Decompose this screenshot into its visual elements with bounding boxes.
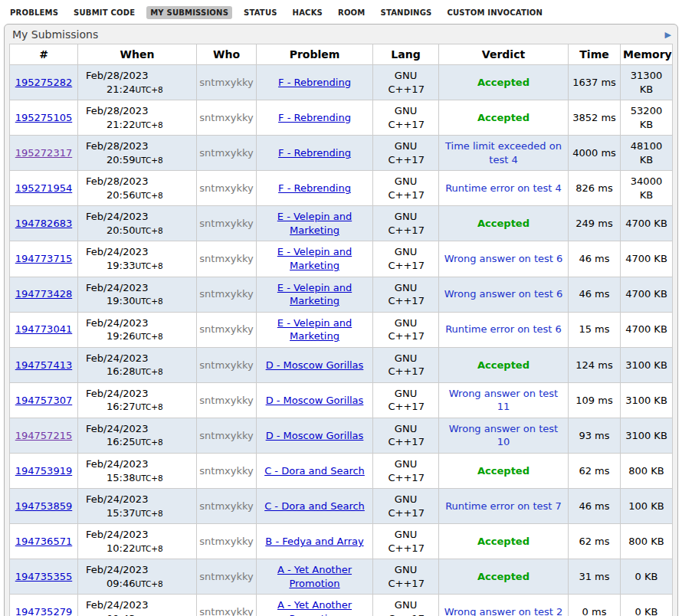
submission-id-link[interactable]: 194773715 — [15, 253, 72, 264]
cell-problem: F - Rebrending — [257, 65, 373, 100]
submission-author-link[interactable]: sntmxykky — [199, 147, 253, 159]
verdict-text[interactable]: Accepted — [477, 571, 530, 582]
execution-time: 46 ms — [579, 253, 609, 264]
submission-lang: GNU C++17 — [389, 387, 424, 414]
verdict-text[interactable]: Accepted — [477, 359, 530, 371]
problem-link[interactable]: E - Velepin and Marketing — [277, 211, 352, 236]
panel-title-bar: My Submissions ▶ — [5, 25, 677, 44]
verdict-text[interactable]: Accepted — [477, 536, 530, 547]
problem-link[interactable]: C - Dora and Search — [264, 500, 365, 512]
submission-author-link[interactable]: sntmxykky — [199, 253, 253, 264]
cell-problem: C - Dora and Search — [257, 489, 373, 524]
timezone-label: UTC+8 — [135, 120, 162, 129]
submission-author-link[interactable]: sntmxykky — [199, 359, 253, 371]
nav-item-standings[interactable]: STANDINGS — [376, 6, 435, 19]
nav-item-problems[interactable]: PROBLEMS — [6, 6, 62, 19]
submission-id-link[interactable]: 195272317 — [15, 147, 72, 159]
cell-problem: D - Moscow Gorillas — [257, 418, 373, 453]
submission-author-link[interactable]: sntmxykky — [199, 500, 253, 512]
problem-link[interactable]: C - Dora and Search — [264, 465, 365, 477]
submission-author-link[interactable]: sntmxykky — [199, 606, 253, 616]
table-row: 195275282 Feb/28/2023 21:24UTC+8 sntmxyk… — [10, 65, 673, 100]
verdict-text[interactable]: Time limit exceeded on test 4 — [445, 140, 562, 165]
submission-id-link[interactable]: 194757307 — [15, 395, 72, 406]
submissions-table: # When Who Problem Lang Verdict Time Mem… — [9, 44, 673, 616]
table-row: 194757215 Feb/24/2023 16:25UTC+8 sntmxyk… — [10, 418, 673, 453]
verdict-text[interactable]: Runtime error on test 7 — [445, 500, 562, 512]
submission-id-link[interactable]: 194753919 — [15, 465, 72, 477]
cell-submission-id: 195275105 — [10, 100, 78, 136]
submission-author-link[interactable]: sntmxykky — [199, 571, 253, 582]
submission-id-link[interactable]: 194735279 — [15, 606, 72, 616]
timezone-label: UTC+8 — [135, 85, 162, 94]
submission-lang: GNU C++17 — [389, 457, 424, 484]
nav-item-hacks[interactable]: HACKS — [289, 6, 326, 19]
verdict-text[interactable]: Wrong answer on test 6 — [444, 253, 563, 264]
nav-item-status[interactable]: STATUS — [240, 6, 281, 19]
nav-item-my-submissions[interactable]: MY SUBMISSIONS — [146, 6, 232, 19]
submission-id-link[interactable]: 195275105 — [15, 112, 72, 123]
submission-id-link[interactable]: 194735355 — [15, 571, 72, 582]
problem-link[interactable]: F - Rebrending — [278, 182, 351, 194]
verdict-text[interactable]: Runtime error on test 6 — [445, 323, 562, 335]
problem-link[interactable]: D - Moscow Gorillas — [266, 359, 364, 371]
cell-lang: GNU C++17 — [373, 595, 439, 616]
problem-link[interactable]: F - Rebrending — [278, 147, 351, 159]
memory-used: 0 KB — [635, 606, 658, 616]
cell-who: sntmxykky — [197, 382, 257, 418]
problem-link[interactable]: E - Velepin and Marketing — [277, 282, 352, 307]
problem-link[interactable]: A - Yet Another Promotion — [277, 564, 352, 589]
problem-link[interactable]: F - Rebrending — [278, 112, 351, 123]
cell-memory: 0 KB — [621, 559, 673, 595]
cell-time: 249 ms — [569, 206, 621, 241]
submission-id-link[interactable]: 194757413 — [15, 359, 72, 371]
verdict-text[interactable]: Runtime error on test 4 — [445, 182, 562, 194]
timezone-label: UTC+8 — [135, 191, 162, 200]
expand-arrow-icon[interactable]: ▶ — [665, 31, 671, 39]
submission-id-link[interactable]: 195271954 — [15, 182, 72, 194]
submission-author-link[interactable]: sntmxykky — [199, 77, 253, 88]
submission-id-link[interactable]: 194782683 — [15, 218, 72, 229]
nav-item-room[interactable]: ROOM — [334, 6, 369, 19]
verdict-text[interactable]: Wrong answer on test 10 — [449, 423, 558, 448]
problem-link[interactable]: D - Moscow Gorillas — [266, 430, 364, 441]
timezone-label: UTC+8 — [135, 437, 162, 447]
problem-link[interactable]: A - Yet Another Promotion — [277, 599, 352, 616]
verdict-text[interactable]: Accepted — [477, 77, 530, 88]
submission-id-link[interactable]: 195275282 — [15, 77, 72, 88]
submission-author-link[interactable]: sntmxykky — [199, 323, 253, 335]
submission-id-link[interactable]: 194757215 — [15, 430, 72, 441]
execution-time: 15 ms — [579, 323, 609, 335]
nav-item-submit-code[interactable]: SUBMIT CODE — [70, 6, 139, 19]
submission-author-link[interactable]: sntmxykky — [199, 395, 253, 406]
submission-id-link[interactable]: 194773428 — [15, 288, 72, 300]
verdict-text[interactable]: Wrong answer on test 6 — [444, 288, 563, 300]
submission-author-link[interactable]: sntmxykky — [199, 112, 253, 123]
submission-id-link[interactable]: 194773041 — [15, 323, 72, 335]
verdict-text[interactable]: Accepted — [477, 218, 530, 229]
submission-author-link[interactable]: sntmxykky — [199, 182, 253, 194]
verdict-text[interactable]: Wrong answer on test 11 — [449, 388, 558, 413]
submission-id-link[interactable]: 194736571 — [15, 536, 72, 547]
submission-author-link[interactable]: sntmxykky — [199, 288, 253, 300]
problem-link[interactable]: B - Fedya and Array — [265, 536, 363, 547]
submission-author-link[interactable]: sntmxykky — [199, 536, 253, 547]
submission-time: 16:28UTC+8 — [80, 365, 194, 378]
submission-id-link[interactable]: 194753859 — [15, 500, 72, 512]
submission-author-link[interactable]: sntmxykky — [199, 430, 253, 441]
verdict-text[interactable]: Wrong answer on test 2 — [444, 606, 563, 616]
verdict-text[interactable]: Accepted — [477, 465, 530, 477]
submission-author-link[interactable]: sntmxykky — [199, 465, 253, 477]
cell-submission-id: 194757413 — [10, 347, 78, 382]
execution-time: 62 ms — [579, 536, 609, 547]
submission-author-link[interactable]: sntmxykky — [199, 218, 253, 229]
problem-link[interactable]: E - Velepin and Marketing — [277, 317, 352, 342]
problem-link[interactable]: F - Rebrending — [278, 77, 351, 88]
problem-link[interactable]: D - Moscow Gorillas — [266, 395, 364, 406]
memory-used: 4700 KB — [625, 323, 667, 335]
problem-link[interactable]: E - Velepin and Marketing — [277, 246, 352, 271]
verdict-text[interactable]: Accepted — [477, 112, 530, 123]
nav-item-custom-invocation[interactable]: CUSTOM INVOCATION — [443, 6, 546, 19]
cell-when: Feb/28/2023 20:59UTC+8 — [78, 136, 197, 171]
cell-memory: 48100 KB — [621, 136, 673, 171]
